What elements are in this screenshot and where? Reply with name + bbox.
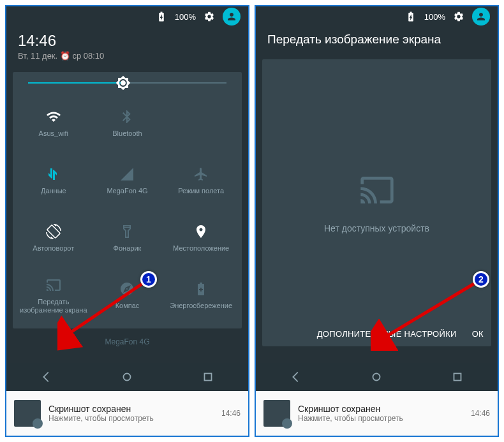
annotation-arrow-2 xyxy=(371,274,485,351)
settings-icon[interactable] xyxy=(453,11,464,22)
wifi-icon xyxy=(46,109,61,124)
tile-battery-saver[interactable]: Энергосбережение xyxy=(165,269,237,323)
tile-label: Местоположение xyxy=(173,244,229,253)
alarm-text: ср 08:10 xyxy=(72,51,104,61)
autorotate-icon xyxy=(46,224,61,239)
nav-recent-icon[interactable] xyxy=(201,370,215,384)
nav-bar xyxy=(6,363,248,391)
brightness-icon xyxy=(115,75,131,91)
tile-wifi[interactable]: Asus_wifi xyxy=(18,96,89,151)
svg-point-0 xyxy=(124,374,131,381)
battery-charging-icon xyxy=(156,11,167,22)
tile-flashlight[interactable]: Фонарик xyxy=(92,211,163,266)
flashlight-icon xyxy=(119,224,135,239)
svg-rect-1 xyxy=(204,374,211,381)
notification-time: 14:46 xyxy=(221,409,241,418)
phone-screenshot-left: 100% 14:46 Вт, 11 дек. ⏰ ср 08:10 Asus_w… xyxy=(5,5,249,437)
user-avatar[interactable] xyxy=(223,8,241,26)
cast-empty-text: Нет доступных устройств xyxy=(324,223,429,233)
tile-label: Режим полета xyxy=(178,187,224,195)
battery-percent: 100% xyxy=(175,12,196,22)
nav-recent-icon[interactable] xyxy=(450,370,464,384)
cast-icon xyxy=(359,172,395,208)
notification-title: Скриншот сохранен xyxy=(48,404,221,414)
tile-label: Фонарик xyxy=(114,244,142,253)
tile-data[interactable]: Данные xyxy=(18,154,89,209)
tile-label: Автоповорот xyxy=(33,244,74,253)
tile-label: MegaFon 4G xyxy=(107,187,147,195)
tile-label: Bluetooth xyxy=(112,129,142,138)
settings-icon[interactable] xyxy=(204,11,215,22)
annotation-arrow-1 xyxy=(57,274,153,351)
notification-title: Скриншот сохранен xyxy=(298,404,471,414)
nav-back-icon[interactable] xyxy=(40,370,54,384)
svg-line-2 xyxy=(67,281,147,335)
notification-card[interactable]: Скриншот сохранен Нажмите, чтобы просмот… xyxy=(256,391,498,436)
status-bar: 100% xyxy=(6,6,248,27)
nav-back-icon[interactable] xyxy=(289,370,303,384)
data-icon xyxy=(46,166,61,182)
phone-screenshot-right: 100% Передать изображение экрана Нет дос… xyxy=(255,5,499,437)
airplane-icon xyxy=(193,166,209,182)
notification-thumbnail xyxy=(14,400,41,427)
location-icon xyxy=(193,224,209,239)
brightness-slider[interactable] xyxy=(18,82,237,96)
notification-time: 14:46 xyxy=(471,409,490,418)
bluetooth-icon xyxy=(119,109,135,124)
battery-charging-icon xyxy=(405,11,417,22)
nav-bar xyxy=(256,363,498,391)
battery-saver-icon xyxy=(193,281,209,297)
cast-screen-title: Передать изображение экрана xyxy=(256,27,498,53)
battery-percent: 100% xyxy=(424,12,445,22)
tile-label: Данные xyxy=(41,187,66,195)
nav-home-icon[interactable] xyxy=(369,370,383,384)
tile-location[interactable]: Местоположение xyxy=(165,211,237,266)
tile-label: Asus_wifi xyxy=(39,129,68,138)
notification-subtitle: Нажмите, чтобы просмотреть xyxy=(298,414,471,423)
svg-rect-4 xyxy=(454,374,461,381)
tile-airplane[interactable]: Режим полета xyxy=(165,154,237,209)
notification-thumbnail xyxy=(263,400,290,427)
nav-home-icon[interactable] xyxy=(120,370,134,384)
time-text: 14:46 xyxy=(18,32,237,50)
tile-label: Энергосбережение xyxy=(170,302,232,310)
user-avatar[interactable] xyxy=(472,8,490,26)
tile-autorotate[interactable]: Автоповорот xyxy=(18,211,89,266)
clock-block: 14:46 Вт, 11 дек. ⏰ ср 08:10 xyxy=(6,27,248,66)
date-text: Вт, 11 дек. xyxy=(18,51,57,61)
notification-subtitle: Нажмите, чтобы просмотреть xyxy=(48,414,221,423)
tile-bluetooth[interactable]: Bluetooth xyxy=(92,96,163,151)
svg-point-3 xyxy=(373,374,380,381)
tile-signal[interactable]: MegaFon 4G xyxy=(92,154,163,209)
status-bar: 100% xyxy=(256,6,498,27)
notification-card[interactable]: Скриншот сохранен Нажмите, чтобы просмот… xyxy=(6,391,248,436)
svg-line-5 xyxy=(383,281,479,338)
signal-icon xyxy=(119,166,135,182)
alarm-icon: ⏰ xyxy=(60,51,73,61)
